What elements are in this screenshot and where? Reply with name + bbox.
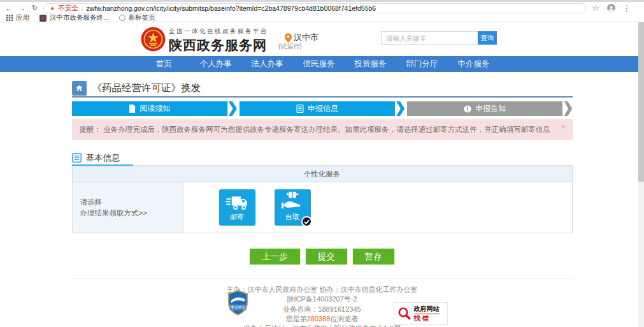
bookmark-apps[interactable]: 应用 [6,13,29,22]
search-button[interactable]: 查询 [478,31,497,45]
step-declare-info[interactable]: 申报信息 [240,101,404,116]
site-name: 陕西政务服务网 [169,36,268,54]
public-institution-badge: 事业单位 [227,290,248,316]
content-container: 《药品经营许可证》换发 阅读须知 申报信息 申报告知 提醒： 业务办理完成 [72,80,573,326]
platform-line: 全国一体化在线政务服务平台 [169,27,268,36]
form-icon [296,105,304,113]
step-label: 阅读须知 [140,103,170,114]
insecure-warning-icon: ▲ [50,5,55,11]
reminder-alert: 提醒： 业务办理完成后，陕西政务服务网可为您提供政务专递服务寄送办理结果。如需此… [72,119,573,140]
prompt-line2: 办理结果领取方式>> [80,208,175,219]
table-header: 个性化服务 [73,166,572,182]
truck-icon [225,189,248,210]
save-draft-button[interactable]: 暂存 [353,249,394,265]
alert-text: 提醒： 业务办理完成后，陕西政务服务网可为您提供政务专递服务寄送办理结果。如需此… [80,125,550,134]
chevron-right-icon [564,101,572,116]
site-footer: 主办：汉中市人民政府办公室 协办：汉中市信息化工作办公室 陕ICP备140032… [72,279,573,326]
page-title-row: 《药品经营许可证》换发 [72,80,573,98]
step-declare-notice[interactable]: 申报告知 [407,101,572,116]
chrome-actions: ☆ ⋮ [592,3,633,13]
section-tab-row: 基本信息 [72,150,573,166]
bookmarks-bar: 应用 汉中市政务服务终... 新标签页 [0,14,644,22]
nav-item-department-hall[interactable]: 部门分厅 [396,59,448,69]
nav-item-home[interactable]: 首页 [138,59,190,69]
personalized-service-table: 个性化服务 请选择 办理结果领取方式>> [72,166,573,233]
submit-button[interactable]: 提交 [306,249,347,265]
option-self-pickup[interactable]: 自取 [275,189,311,226]
info-icon [464,105,471,113]
insecure-label[interactable]: 不安全 [58,4,78,13]
bookmark-newtab-label: 新标签页 [129,13,155,22]
footer-visitor-line: 您是第280388位浏览者 [72,314,573,324]
previous-step-button[interactable]: 上一步 [250,249,300,265]
selected-check-icon [301,216,312,227]
step-read-notice[interactable]: 阅读须知 [72,101,237,116]
page-title: 《药品经营许可证》换发 [92,82,201,95]
nav-item-investment[interactable]: 投资服务 [345,59,396,69]
site-header: 全国一体化在线政务服务平台 陕西政务服务网 (试运行) 汉中市 查询 [0,22,644,56]
bookmark-favicon [39,15,47,22]
location-pin-icon [285,33,292,43]
search-input[interactable] [381,31,478,45]
page-scrollbar[interactable] [638,22,644,327]
national-emblem-logo [141,27,166,52]
reload-icon[interactable]: ↻ [32,4,38,11]
chevron-right-icon [229,101,237,116]
website-error-report-logo[interactable]: 政府网站 找错 [394,302,448,325]
nav-item-personal[interactable]: 个人办事 [190,59,241,69]
prompt-line1: 请选择 [80,197,175,208]
url-text[interactable]: zwfw.hanzhong.gov.cn/icity/icity/submits… [86,4,376,12]
scrollbar-thumb[interactable] [638,22,644,182]
document-icon [129,105,136,113]
find-error-bottom-label: 找错 [414,314,440,322]
main-nav: 首页 个人办事 法人办事 便民服务 投资服务 部门分厅 中介服务 [0,56,644,72]
footer-organizer-line: 主办：汉中市人民政府办公室 协办：汉中市信息化工作办公室 [72,285,573,294]
browser-toolbar: ← → ↻ ▲ 不安全 | zwfw.hanzhong.gov.cn/icity… [0,2,644,14]
city-selector[interactable]: 汉中市 [285,32,318,43]
chevron-right-icon [396,101,404,116]
forward-icon[interactable]: → [18,4,26,12]
footer-phone-line: 业务咨询：18891612345 [72,305,573,314]
bookmark-hanzhong-label: 汉中市政务服务终... [50,13,109,22]
pickup-method-prompt: 请选择 办理结果领取方式>> [73,182,183,233]
home-icon [72,81,87,96]
menu-dots-icon[interactable]: ⋮ [623,4,631,13]
footer-icp-line[interactable]: 陕ICP备14003207号-2 [72,294,573,304]
visitor-count: 280388 [307,315,331,323]
nav-item-convenience[interactable]: 便民服务 [293,59,345,69]
bookmark-new-tab[interactable]: 新标签页 [119,13,155,22]
bookmark-star-icon[interactable]: ☆ [592,3,599,13]
step-label: 申报信息 [308,103,338,114]
step-indicator: 阅读须知 申报信息 申报告知 [72,101,573,116]
option-mail-label: 邮寄 [230,212,244,222]
bookmark-hanzhong-service[interactable]: 汉中市政务服务终... [39,13,109,22]
site-brand: 全国一体化在线政务服务平台 陕西政务服务网 [169,27,268,54]
tab-basic-info[interactable]: 基本信息 [72,150,120,166]
action-buttons: 上一步 提交 暂存 [72,249,573,265]
table-row: 请选择 办理结果领取方式>> [73,182,572,233]
trial-label: (试运行) [278,42,302,51]
option-self-pickup-label: 自取 [285,212,299,222]
tab-active-underline [72,164,133,166]
step-label: 申报告知 [475,103,506,114]
footer-address-line: 服务大厅地址：汉中市政府大院行政服务中心1-2层 [72,324,573,327]
option-mail[interactable]: 邮寄 [219,189,255,226]
globe-icon [119,15,125,21]
hand-box-icon [282,189,303,210]
svg-text:事业单位: 事业单位 [230,305,245,309]
apps-grid-icon [6,15,13,21]
find-error-top-label: 政府网站 [414,305,440,313]
nav-item-intermediary[interactable]: 中介服务 [448,59,499,69]
profile-avatar-icon[interactable] [607,4,615,12]
magnifier-icon [397,307,411,321]
search-box: 查询 [381,31,497,45]
city-label[interactable]: 汉中市 [294,32,318,43]
nav-item-legal-person[interactable]: 法人办事 [241,59,293,69]
tab-basic-info-label: 基本信息 [86,152,120,164]
back-icon[interactable]: ← [5,4,13,12]
address-bar[interactable]: ▲ 不安全 | zwfw.hanzhong.gov.cn/icity/icity… [43,3,586,13]
bookmark-apps-label: 应用 [16,13,29,22]
alert-close-icon[interactable]: × [561,122,565,131]
basic-info-icon [72,153,82,163]
omnibox-separator: | [82,4,83,12]
